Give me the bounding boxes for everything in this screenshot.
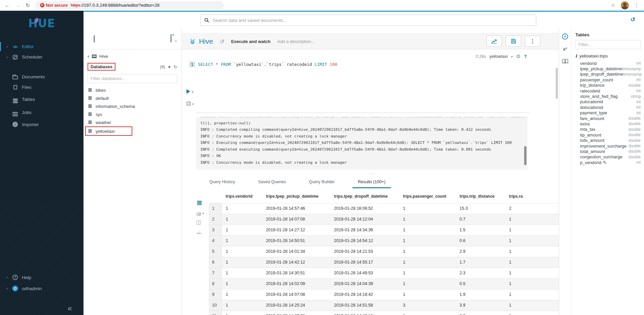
- log-resize-grip[interactable]: [370, 171, 375, 176]
- sidebar-item-importer[interactable]: Importer: [0, 119, 83, 130]
- filter-tables-input[interactable]: [575, 40, 641, 49]
- browser-profile-avatar[interactable]: [621, 1, 629, 9]
- database-item-bikes[interactable]: bikes: [88, 86, 177, 94]
- sidebar-item-tables[interactable]: Tables: [0, 92, 83, 106]
- more-actions-button[interactable]: [525, 36, 540, 47]
- assist-collapse-icon[interactable]: ‹: [175, 38, 177, 43]
- chart-button[interactable]: [486, 36, 502, 47]
- documents-source-icon[interactable]: [94, 36, 95, 42]
- column-row[interactable]: pulocationid int: [575, 99, 641, 105]
- help-question-icon[interactable]: ?: [524, 54, 527, 59]
- table-entry[interactable]: yellowtaxi.trips: [575, 53, 641, 58]
- table-row[interactable]: 11 1 2019-01-28 14:27:02 2019-01-28 14:4…: [209, 311, 559, 315]
- tab-query-history[interactable]: Query History: [197, 176, 247, 188]
- sql-query[interactable]: SELECT * FROM `yellowtaxi`.`trips` ratec…: [198, 62, 337, 67]
- engine-title[interactable]: Hive: [189, 37, 213, 45]
- table-row[interactable]: 10 1 2019-01-28 14:25:24 2019-01-28 14:5…: [209, 300, 559, 311]
- forward-icon[interactable]: →: [15, 2, 20, 8]
- sidebar-item-user[interactable]: > O odhadmin: [0, 283, 83, 294]
- tab-saved-queries[interactable]: Saved Queries: [247, 176, 297, 188]
- back-chevron-icon[interactable]: ‹: [88, 53, 89, 59]
- refresh-databases-icon[interactable]: [173, 64, 177, 70]
- database-item-sys[interactable]: sys: [88, 110, 177, 118]
- log-scrollbar[interactable]: [524, 146, 527, 165]
- table-row[interactable]: 3 1 2019-01-28 14:27:12 2019-01-28 14:34…: [209, 225, 559, 235]
- download-results-icon[interactable]: [197, 229, 201, 234]
- column-row[interactable]: tpep_dropoff_datetime timestamp: [575, 72, 641, 77]
- database-caret-icon[interactable]: [511, 54, 513, 59]
- column-row[interactable]: dolocationid int: [575, 105, 641, 110]
- table-row[interactable]: 9 1 2019-01-28 14:07:08 2019-01-28 14:18…: [209, 289, 559, 300]
- chart-view-button[interactable]: [197, 210, 204, 216]
- column-header[interactable]: trips.passenger_count: [399, 190, 455, 203]
- bookmark-star-icon[interactable]: ☆: [611, 2, 615, 8]
- columns-view-icon[interactable]: [197, 221, 201, 225]
- column-row[interactable]: total_amount double: [575, 149, 641, 154]
- execute-and-watch-label[interactable]: Execute and watch: [231, 39, 270, 44]
- not-secure-badge[interactable]: ✕ Not secure: [40, 3, 68, 8]
- explain-query-button[interactable]: [187, 101, 194, 107]
- column-header[interactable]: trips.tpep_pickup_datetime: [262, 190, 330, 203]
- explain-options-caret-icon[interactable]: [192, 101, 194, 107]
- active-database[interactable]: yellowtaxi: [489, 54, 508, 59]
- info-icon[interactable]: [575, 53, 577, 58]
- column-header[interactable]: trips.tpep_dropoff_datetime: [330, 190, 399, 203]
- column-row[interactable]: improvement_surcharge double: [575, 143, 641, 149]
- column-row[interactable]: passenger_count int: [575, 77, 641, 82]
- table-row[interactable]: 5 1 2019-01-28 14:01:34 2019-01-28 14:21…: [209, 246, 559, 257]
- editor-scrollbar[interactable]: [556, 68, 558, 99]
- sidebar-item-editor[interactable]: > Editor: [0, 41, 83, 52]
- database-item-yellowtaxi[interactable]: yellowtaxi: [88, 127, 114, 135]
- tab-query-builder[interactable]: Query Builder: [297, 176, 347, 188]
- column-row[interactable]: tip_amount double: [575, 132, 641, 137]
- session-history-icon[interactable]: [220, 38, 224, 45]
- column-row[interactable]: trip_distance double: [575, 83, 641, 88]
- database-item-default[interactable]: default: [88, 94, 177, 102]
- column-row[interactable]: tpep_pickup_datetime timestamp: [575, 66, 641, 71]
- column-row[interactable]: tolls_amount double: [575, 137, 641, 143]
- functions-icon[interactable]: [563, 46, 567, 52]
- column-header[interactable]: trips.trip_distance: [455, 190, 505, 203]
- sidebar-item-documents[interactable]: Documents: [0, 72, 83, 82]
- table-row[interactable]: 7 1 2019-01-28 14:30:51 2019-01-28 14:49…: [209, 268, 559, 278]
- column-row[interactable]: store_and_fwd_flag string: [575, 93, 641, 99]
- sidebar-item-help[interactable]: > Help: [0, 272, 83, 283]
- column-row[interactable]: ratecodeid int: [575, 88, 641, 93]
- database-item-information-schema[interactable]: information_schema: [88, 102, 177, 110]
- source-name[interactable]: Hive: [99, 54, 108, 59]
- search-input[interactable]: [212, 17, 532, 23]
- description-placeholder[interactable]: Add a description...: [277, 39, 314, 44]
- address-bar[interactable]: ✕ Not secure https://197.0.3.249:8888/hu…: [35, 1, 224, 10]
- tab-results[interactable]: Results (100+): [347, 176, 397, 188]
- projects-folder-icon[interactable]: [170, 36, 172, 42]
- sidebar-item-jobs[interactable]: Jobs: [0, 106, 83, 119]
- column-row[interactable]: mta_tax double: [575, 127, 641, 132]
- execute-query-button[interactable]: [187, 88, 194, 94]
- url-text[interactable]: https://197.0.3.249:8888/hue/editor?edit…: [71, 3, 159, 8]
- grid-view-icon[interactable]: [197, 200, 202, 205]
- column-header[interactable]: trips.ra: [505, 190, 559, 203]
- table-row[interactable]: 8 1 2019-01-28 14:02:09 2019-01-28 14:04…: [209, 278, 559, 289]
- databases-section-label[interactable]: Databases: [88, 63, 115, 71]
- add-database-icon[interactable]: [168, 64, 171, 70]
- column-row[interactable]: congestion_surcharge double: [575, 154, 641, 160]
- sidebar-item-files[interactable]: Files: [0, 82, 83, 92]
- execution-log[interactable]: comment:null)), FieldSchema(name:trips.c…: [196, 117, 528, 170]
- column-header[interactable]: trips.vendorid: [222, 190, 262, 203]
- column-row[interactable]: p_vendorid int: [575, 160, 641, 165]
- database-item-weather[interactable]: weather: [88, 118, 177, 126]
- save-button[interactable]: [506, 36, 521, 47]
- language-docs-icon[interactable]: [562, 58, 569, 64]
- table-row[interactable]: 1 1 2019-01-28 14:57:46 2019-01-28 16:06…: [209, 203, 559, 214]
- column-row[interactable]: extra double: [575, 121, 641, 126]
- query-history-icon[interactable]: [631, 16, 635, 23]
- global-search[interactable]: [200, 14, 536, 26]
- refresh-icon[interactable]: ↻: [26, 2, 30, 8]
- back-icon[interactable]: ←: [5, 2, 10, 8]
- sidebar-collapse-icon[interactable]: «: [68, 304, 72, 313]
- table-row[interactable]: 6 1 2019-01-28 14:42:12 2019-01-28 14:55…: [209, 257, 559, 268]
- table-row[interactable]: 2 1 2019-01-28 14:07:08 2019-01-28 14:12…: [209, 214, 559, 225]
- compass-icon[interactable]: [562, 33, 568, 40]
- browser-menu-icon[interactable]: ⋮: [634, 2, 639, 8]
- execute-options-caret-icon[interactable]: [192, 88, 194, 94]
